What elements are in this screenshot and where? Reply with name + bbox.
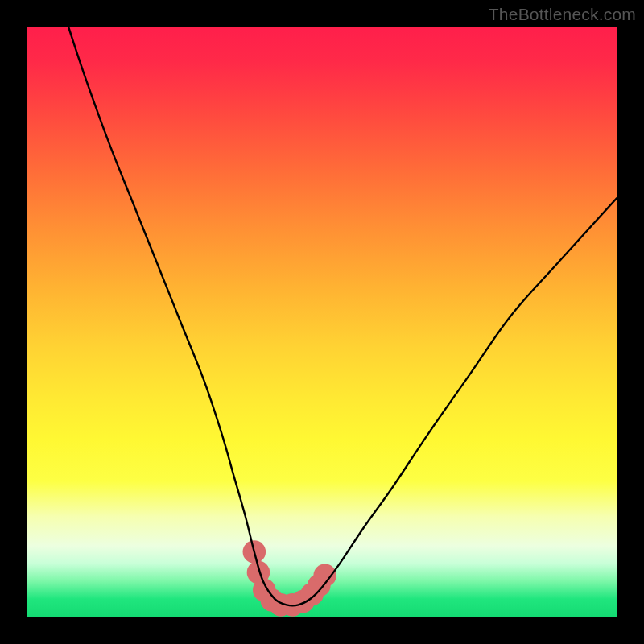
plot-area <box>27 27 617 617</box>
bottleneck-curve <box>68 27 617 605</box>
chart-frame: TheBottleneck.com <box>0 0 644 644</box>
chart-svg <box>27 27 617 617</box>
watermark-text: TheBottleneck.com <box>489 5 636 24</box>
